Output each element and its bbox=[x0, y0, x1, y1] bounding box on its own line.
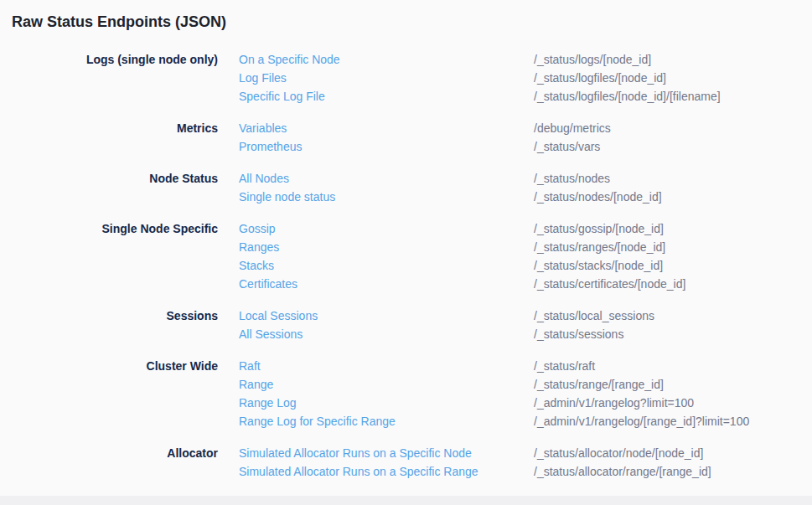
endpoint-path: /_admin/v1/rangelog?limit=100 bbox=[534, 394, 694, 412]
endpoint-sections: Logs (single node only) On a Specific No… bbox=[0, 50, 812, 481]
endpoint-link[interactable]: Simulated Allocator Runs on a Specific N… bbox=[239, 444, 534, 462]
endpoint-row: All Sessions /_status/sessions bbox=[239, 325, 654, 343]
endpoint-row: Range /_status/range/[range_id] bbox=[239, 375, 749, 394]
section-entries: Variables /debug/metrics Prometheus /_st… bbox=[239, 119, 611, 156]
endpoint-link[interactable]: Range Log bbox=[239, 394, 534, 412]
section-entries: Local Sessions /_status/local_sessions A… bbox=[239, 307, 654, 343]
endpoint-link[interactable]: Certificates bbox=[239, 275, 534, 293]
endpoint-path: /_status/certificates/[node_id] bbox=[534, 275, 685, 293]
endpoint-path: /_status/range/[range_id] bbox=[534, 375, 664, 394]
endpoint-row: Certificates /_status/certificates/[node… bbox=[239, 275, 685, 293]
endpoint-path: /_status/allocator/range/[range_id] bbox=[534, 462, 711, 481]
endpoint-link[interactable]: On a Specific Node bbox=[239, 50, 534, 69]
endpoint-row: Raft /_status/raft bbox=[239, 357, 749, 375]
category-label: Logs (single node only) bbox=[0, 50, 218, 69]
page-background-strip bbox=[0, 496, 812, 505]
endpoint-path: /_status/raft bbox=[534, 357, 595, 375]
endpoint-section: Sessions Local Sessions /_status/local_s… bbox=[0, 307, 812, 343]
endpoint-row: On a Specific Node /_status/logs/[node_i… bbox=[239, 50, 721, 69]
endpoint-link[interactable]: Ranges bbox=[239, 238, 534, 256]
endpoint-path: /_status/nodes bbox=[534, 169, 610, 188]
endpoint-path: /_status/ranges/[node_id] bbox=[534, 238, 665, 256]
endpoint-link[interactable]: Gossip bbox=[239, 219, 534, 238]
endpoint-row: Range Log for Specific Range /_admin/v1/… bbox=[239, 412, 749, 430]
endpoint-link[interactable]: Local Sessions bbox=[239, 307, 534, 325]
section-entries: Raft /_status/raft Range /_status/range/… bbox=[239, 357, 749, 430]
endpoint-row: Stacks /_status/stacks/[node_id] bbox=[239, 256, 685, 275]
endpoint-link[interactable]: Single node status bbox=[239, 188, 534, 206]
section-entries: All Nodes /_status/nodes Single node sta… bbox=[239, 169, 662, 206]
endpoint-link[interactable]: Range Log for Specific Range bbox=[239, 412, 534, 430]
endpoint-row: Specific Log File /_status/logfiles/[nod… bbox=[239, 87, 721, 106]
endpoint-link[interactable]: Range bbox=[239, 375, 534, 394]
endpoint-path: /_status/stacks/[node_id] bbox=[534, 256, 663, 275]
endpoint-row: Simulated Allocator Runs on a Specific R… bbox=[239, 462, 711, 481]
endpoint-link[interactable]: Stacks bbox=[239, 256, 534, 275]
category-label: Single Node Specific bbox=[0, 219, 218, 238]
endpoint-section: Metrics Variables /debug/metrics Prometh… bbox=[0, 119, 812, 156]
endpoint-link[interactable]: Variables bbox=[239, 119, 534, 137]
endpoint-link[interactable]: Log Files bbox=[239, 69, 534, 87]
endpoint-row: All Nodes /_status/nodes bbox=[239, 169, 662, 188]
endpoint-link[interactable]: Specific Log File bbox=[239, 87, 534, 106]
endpoint-row: Range Log /_admin/v1/rangelog?limit=100 bbox=[239, 394, 749, 412]
endpoint-path: /_status/nodes/[node_id] bbox=[534, 188, 662, 206]
endpoint-path: /_status/gossip/[node_id] bbox=[534, 219, 664, 238]
endpoint-path: /_status/allocator/node/[node_id] bbox=[534, 444, 703, 462]
section-entries: Gossip /_status/gossip/[node_id] Ranges … bbox=[239, 219, 685, 293]
content-panel: Raw Status Endpoints (JSON) Logs (single… bbox=[0, 0, 812, 496]
endpoint-section: Logs (single node only) On a Specific No… bbox=[0, 50, 812, 106]
endpoint-row: Variables /debug/metrics bbox=[239, 119, 611, 137]
endpoint-row: Single node status /_status/nodes/[node_… bbox=[239, 188, 662, 206]
endpoint-row: Ranges /_status/ranges/[node_id] bbox=[239, 238, 685, 256]
category-label: Allocator bbox=[0, 444, 218, 462]
endpoint-row: Local Sessions /_status/local_sessions bbox=[239, 307, 654, 325]
endpoint-path: /_status/logs/[node_id] bbox=[534, 50, 651, 69]
endpoint-section: Cluster Wide Raft /_status/raft Range /_… bbox=[0, 357, 812, 430]
endpoint-link[interactable]: Prometheus bbox=[239, 137, 534, 156]
category-label: Sessions bbox=[0, 307, 218, 325]
endpoint-link[interactable]: Raft bbox=[239, 357, 534, 375]
endpoint-row: Gossip /_status/gossip/[node_id] bbox=[239, 219, 685, 238]
page-title: Raw Status Endpoints (JSON) bbox=[12, 13, 812, 31]
endpoint-path: /_status/local_sessions bbox=[534, 307, 654, 325]
category-label: Cluster Wide bbox=[0, 357, 218, 375]
endpoint-path: /_status/sessions bbox=[534, 325, 623, 343]
endpoint-link[interactable]: All Sessions bbox=[239, 325, 534, 343]
endpoint-path: /_status/logfiles/[node_id] bbox=[534, 69, 666, 87]
endpoint-row: Simulated Allocator Runs on a Specific N… bbox=[239, 444, 711, 462]
endpoint-path: /debug/metrics bbox=[534, 119, 611, 137]
category-label: Metrics bbox=[0, 119, 218, 137]
category-label: Node Status bbox=[0, 169, 218, 188]
endpoint-path: /_status/logfiles/[node_id]/[filename] bbox=[534, 87, 721, 106]
endpoint-path: /_status/vars bbox=[534, 137, 600, 156]
endpoint-section: Single Node Specific Gossip /_status/gos… bbox=[0, 219, 812, 293]
endpoint-section: Allocator Simulated Allocator Runs on a … bbox=[0, 444, 812, 481]
section-entries: Simulated Allocator Runs on a Specific N… bbox=[239, 444, 711, 481]
endpoint-path: /_admin/v1/rangelog/[range_id]?limit=100 bbox=[534, 412, 749, 430]
endpoint-section: Node Status All Nodes /_status/nodes Sin… bbox=[0, 169, 812, 206]
endpoint-row: Log Files /_status/logfiles/[node_id] bbox=[239, 69, 721, 87]
endpoint-row: Prometheus /_status/vars bbox=[239, 137, 611, 156]
endpoint-link[interactable]: Simulated Allocator Runs on a Specific R… bbox=[239, 462, 534, 481]
endpoint-link[interactable]: All Nodes bbox=[239, 169, 534, 188]
section-entries: On a Specific Node /_status/logs/[node_i… bbox=[239, 50, 721, 106]
